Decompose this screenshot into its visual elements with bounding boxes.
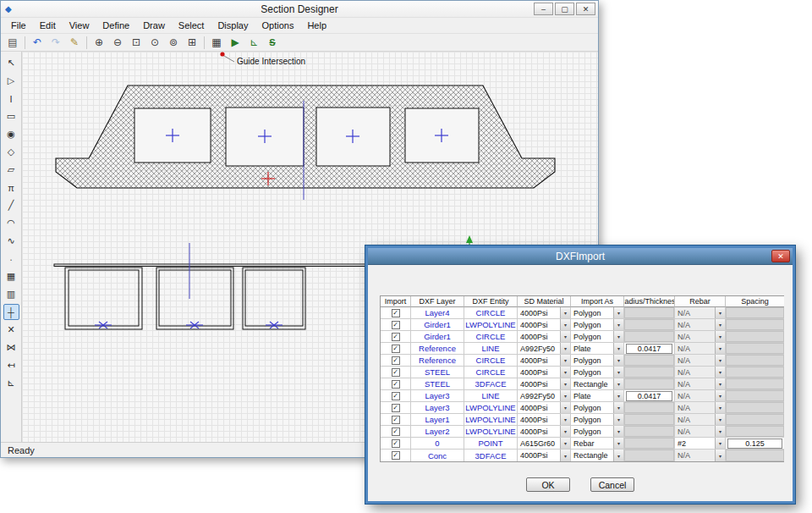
menu-help[interactable]: Help [300,19,333,32]
maximize-button[interactable]: ▢ [555,3,574,15]
draw-line-tool-button[interactable]: ╱ [3,197,19,213]
import-as-select[interactable]: Plate▾ [571,343,623,354]
chevron-down-icon[interactable]: ▾ [613,438,623,449]
menu-options[interactable]: Options [255,19,300,32]
sd-material-select[interactable]: A992Fy50▾ [518,343,570,354]
sd-material-select[interactable]: 4000Psi▾ [518,426,570,437]
chevron-down-icon[interactable]: ▾ [613,426,623,437]
sd-material-select[interactable]: 4000Psi▾ [518,331,570,342]
draw-polygon-tool-button[interactable]: ◇ [3,144,19,160]
import-as-select[interactable]: Plate▾ [571,390,623,401]
pointer-tool-button[interactable]: ↖ [3,55,19,71]
steel-girder-section[interactable] [54,264,381,329]
chevron-down-icon[interactable]: ▾ [560,426,570,437]
import-as-select[interactable]: Rebar▾ [571,438,623,449]
import-checkbox[interactable]: ✓ [392,345,400,353]
import-checkbox[interactable]: ✓ [392,368,400,377]
import-as-select[interactable]: Polygon▾ [571,331,623,342]
chevron-down-icon[interactable]: ▾ [613,331,623,342]
import-checkbox[interactable]: ✓ [392,428,400,436]
snap-guide-tool-button[interactable]: ┼ [3,304,19,320]
sd-material-select[interactable]: 4000Psi▾ [518,319,570,330]
chevron-down-icon[interactable]: ▾ [715,438,725,449]
chevron-down-icon[interactable]: ▾ [560,343,570,354]
radius-thickness-input[interactable]: 0.0417 [626,344,672,354]
chevron-down-icon[interactable]: ▾ [560,367,570,378]
import-as-select[interactable]: Rectangle▾ [571,378,623,389]
draw-pi-shape-tool-button[interactable]: π [3,179,19,196]
chevron-down-icon[interactable]: ▾ [560,355,570,366]
sd-material-select[interactable]: A992Fy50▾ [518,390,570,401]
import-as-select[interactable]: Polygon▾ [571,402,623,413]
import-as-select[interactable]: Rectangle▾ [571,450,623,461]
show-axes-button[interactable]: ⊾ [245,35,262,50]
chevron-down-icon[interactable]: ▾ [613,355,623,366]
close-button[interactable]: ✕ [576,3,595,15]
import-checkbox[interactable]: ✓ [392,333,400,341]
chevron-down-icon[interactable]: ▾ [560,390,570,401]
chevron-down-icon[interactable]: ▾ [560,450,570,461]
show-units-button[interactable]: S [264,35,281,50]
import-checkbox[interactable]: ✓ [392,439,400,448]
menu-select[interactable]: Select [172,19,211,32]
menu-define[interactable]: Define [96,19,136,32]
edit-pencil-button[interactable]: ✎ [66,35,83,50]
menu-edit[interactable]: Edit [33,19,63,32]
undo-button[interactable]: ↶ [29,35,46,50]
chevron-down-icon[interactable]: ▾ [613,319,623,330]
snap-midpoint-tool-button[interactable]: ⋈ [3,339,19,356]
chevron-down-icon[interactable]: ▾ [560,438,570,449]
menu-draw[interactable]: Draw [136,19,172,32]
title-bar[interactable]: ◆ Section Designer – ▢ ✕ [1,1,598,18]
zoom-out-button[interactable]: ⊖ [109,35,126,50]
spacing-input[interactable]: 0.125 [727,439,782,449]
import-as-select[interactable]: Polygon▾ [571,414,623,425]
rebar-select[interactable]: #2▾ [675,438,725,449]
draw-circle-tool-button[interactable]: ◉ [3,126,19,142]
refresh-window-button[interactable]: ▤ [4,35,21,50]
draw-point-tool-button[interactable]: ∙ [3,251,19,267]
show-rebar-tool-button[interactable]: ▥ [3,286,19,302]
chevron-down-icon[interactable]: ▾ [613,378,623,389]
chevron-down-icon[interactable]: ▾ [613,414,623,425]
import-checkbox[interactable]: ✓ [392,416,400,424]
import-checkbox[interactable]: ✓ [392,451,400,460]
import-checkbox[interactable]: ✓ [392,321,400,329]
sd-material-select[interactable]: A615Gr60▾ [518,438,570,449]
draw-rectangle-tool-button[interactable]: ▭ [3,108,19,124]
pan-button[interactable]: ⊞ [184,35,200,50]
sd-material-select[interactable]: 4000Psi▾ [518,355,570,366]
import-as-select[interactable]: Polygon▾ [571,307,623,318]
dialog-close-button[interactable]: ✕ [771,250,790,262]
cancel-button[interactable]: Cancel [590,477,634,492]
show-grid-button[interactable]: ▦ [208,35,225,50]
chevron-down-icon[interactable]: ▾ [560,319,570,330]
show-section-tool-button[interactable]: ▦ [3,268,19,284]
chevron-down-icon[interactable]: ▾ [613,402,623,413]
sd-material-select[interactable]: 4000Psi▾ [518,307,570,318]
chevron-down-icon[interactable]: ▾ [613,307,623,318]
minimize-button[interactable]: – [534,3,553,15]
menu-file[interactable]: File [4,19,33,32]
chevron-down-icon[interactable]: ▾ [560,307,570,318]
chevron-down-icon[interactable]: ▾ [560,414,570,425]
snap-intersection-tool-button[interactable]: ✕ [3,322,19,338]
align-tool-button[interactable]: ↤ [3,357,19,373]
sd-material-select[interactable]: 4000Psi▾ [518,378,570,389]
chevron-down-icon[interactable]: ▾ [560,402,570,413]
sd-material-select[interactable]: 4000Psi▾ [518,402,570,413]
import-checkbox[interactable]: ✓ [392,392,400,400]
import-as-select[interactable]: Polygon▾ [571,355,623,366]
radius-thickness-input[interactable]: 0.0417 [626,391,672,401]
import-checkbox[interactable]: ✓ [392,309,400,317]
reshaper-tool-button[interactable]: ▷ [3,73,19,89]
dimension-tool-button[interactable]: I [3,91,19,107]
import-as-select[interactable]: Polygon▾ [571,319,623,330]
sd-material-select[interactable]: 4000Psi▾ [518,367,570,378]
chevron-down-icon[interactable]: ▾ [560,331,570,342]
draw-segment-tool-button[interactable]: ▱ [3,162,19,178]
draw-curve-tool-button[interactable]: ∿ [3,233,19,249]
draw-arc-tool-button[interactable]: ◠ [3,215,19,231]
menu-view[interactable]: View [63,19,96,32]
sd-material-select[interactable]: 4000Psi▾ [518,450,570,461]
